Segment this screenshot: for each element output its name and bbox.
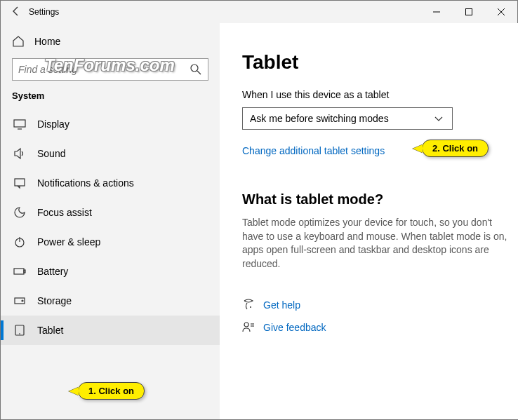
focus-assist-icon (13, 206, 26, 219)
sidebar-item-battery[interactable]: Battery (1, 257, 220, 286)
storage-icon (13, 294, 26, 307)
sidebar-item-power-sleep[interactable]: Power & sleep (1, 227, 220, 257)
sidebar-item-label: Display (37, 118, 69, 130)
help-icon (242, 299, 255, 311)
search-wrap (12, 58, 208, 81)
chevron-down-icon (432, 112, 445, 125)
sidebar: Home System Display Sound (1, 23, 220, 419)
window-body: Home System Display Sound (1, 23, 517, 419)
section-description: Tablet mode optimizes your device for to… (242, 216, 509, 271)
back-button[interactable] (11, 6, 22, 19)
callout-1: 1. Click on (78, 382, 145, 400)
sidebar-item-label: Storage (37, 295, 72, 306)
sidebar-item-label: Focus assist (37, 207, 92, 218)
home-label: Home (34, 36, 60, 47)
sidebar-item-label: Tablet (37, 325, 63, 336)
home-icon (12, 35, 25, 48)
svg-line-5 (197, 71, 201, 74)
get-help-link[interactable]: Get help (242, 299, 509, 311)
search-icon (190, 63, 202, 76)
display-icon (13, 118, 26, 130)
callout-2: 2. Click on (422, 140, 489, 157)
nav-list: Display Sound Notifications & actions Fo… (1, 109, 220, 345)
close-button[interactable] (485, 1, 517, 23)
minimize-button[interactable] (420, 1, 453, 23)
feedback-icon (242, 321, 255, 334)
battery-icon (13, 265, 26, 278)
svg-rect-11 (14, 269, 24, 274)
search-input[interactable] (12, 58, 208, 81)
notifications-icon (13, 177, 26, 189)
titlebar: Settings (1, 1, 517, 23)
sidebar-item-focus-assist[interactable]: Focus assist (1, 198, 220, 227)
tablet-icon (13, 324, 26, 337)
maximize-button[interactable] (453, 1, 485, 23)
svg-rect-12 (24, 270, 25, 273)
svg-point-14 (22, 300, 23, 302)
sidebar-item-label: Sound (37, 148, 65, 159)
home-button[interactable]: Home (1, 29, 220, 54)
sidebar-item-notifications[interactable]: Notifications & actions (1, 168, 220, 198)
sidebar-item-label: Battery (37, 266, 68, 277)
tablet-behavior-dropdown[interactable]: Ask me before switching modes (242, 107, 453, 130)
dropdown-value: Ask me before switching modes (250, 113, 389, 124)
sidebar-item-tablet[interactable]: Tablet (1, 316, 220, 345)
field-label: When I use this device as a tablet (242, 89, 509, 100)
window-controls (420, 1, 517, 23)
sidebar-item-label: Notifications & actions (37, 177, 134, 189)
help-links: Get help Give feedback (242, 299, 509, 334)
content-pane: Tablet When I use this device as a table… (220, 23, 518, 419)
give-feedback-link[interactable]: Give feedback (242, 321, 509, 334)
category-label: System (1, 90, 220, 101)
page-title: Tablet (242, 51, 509, 74)
window-title: Settings (29, 7, 59, 17)
sound-icon (13, 147, 26, 160)
sidebar-item-storage[interactable]: Storage (1, 286, 220, 316)
section-title: What is tablet mode? (242, 191, 509, 208)
sidebar-item-sound[interactable]: Sound (1, 139, 220, 168)
sidebar-item-display[interactable]: Display (1, 109, 220, 139)
help-label: Get help (263, 299, 300, 311)
sidebar-item-label: Power & sleep (37, 236, 100, 248)
svg-rect-6 (14, 120, 25, 127)
power-icon (13, 236, 26, 248)
settings-window: Settings Home System D (0, 0, 518, 420)
svg-point-18 (244, 323, 248, 327)
feedback-label: Give feedback (263, 322, 326, 333)
search-field[interactable] (18, 64, 187, 75)
svg-point-17 (250, 306, 251, 308)
svg-rect-8 (15, 179, 25, 186)
titlebar-left: Settings (1, 6, 59, 19)
additional-settings-link[interactable]: Change additional tablet settings (242, 145, 385, 156)
svg-rect-1 (466, 9, 472, 15)
svg-point-4 (191, 65, 198, 72)
